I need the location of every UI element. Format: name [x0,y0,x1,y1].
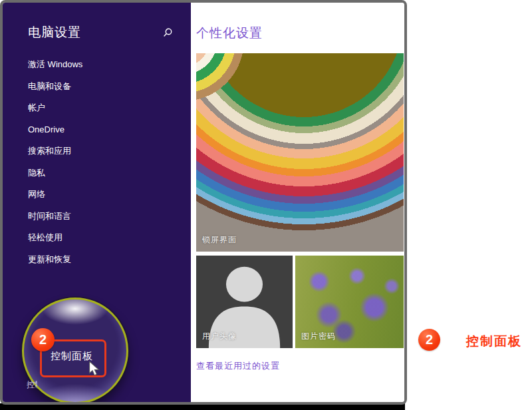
user-avatar-tile[interactable]: 用户头像 [196,256,293,348]
step-2-badge-bubble: 2 [31,328,55,351]
search-icon [162,27,173,38]
screenshot-stage: 电脑设置 激活 Windows 电脑和设备 帐户 OneDrive 搜索和应用 … [0,0,532,410]
sidebar-item-network[interactable]: 网络 [28,188,181,210]
lock-screen-tile[interactable]: 锁屏界面 [196,53,404,252]
mouse-cursor-icon [88,361,100,379]
picture-password-caption: 图片密码 [301,331,336,342]
sidebar-item-search-and-apps[interactable]: 搜索和应用 [28,145,181,167]
step-2-badge-callout: 2 [418,329,440,351]
magnifier-bubble: 控制面板 [22,298,128,404]
search-button[interactable] [161,26,174,39]
lock-screen-caption: 锁屏界面 [202,234,237,246]
sidebar-item-privacy[interactable]: 隐私 [28,167,181,189]
sidebar-item-ease-of-access[interactable]: 轻松使用 [28,232,181,254]
sidebar-item-onedrive[interactable]: OneDrive [28,124,181,146]
sidebar-item-accounts[interactable]: 帐户 [28,102,181,124]
sidebar-nav: 激活 Windows 电脑和设备 帐户 OneDrive 搜索和应用 隐私 网络… [28,59,181,275]
control-panel-button-label: 控制面板 [51,350,93,363]
pc-settings-window: 电脑设置 激活 Windows 电脑和设备 帐户 OneDrive 搜索和应用 … [0,0,407,405]
user-avatar-caption: 用户头像 [202,331,237,342]
sidebar-header: 电脑设置 [28,24,174,41]
recent-settings-link[interactable]: 查看最近用过的设置 [196,360,280,372]
callout-control-panel-label: 控制面板 [466,333,522,350]
sidebar-item-time-and-language[interactable]: 时间和语言 [28,210,181,232]
picture-password-tile[interactable]: 图片密码 [295,256,404,348]
sidebar-item-pc-and-devices[interactable]: 电脑和设备 [28,81,181,102]
sidebar-item-update-and-recovery[interactable]: 更新和恢复 [28,254,181,276]
sidebar-item-control-panel[interactable]: 控制面板 [27,379,37,391]
sidebar-title: 电脑设置 [28,24,81,41]
sidebar-item-activate-windows[interactable]: 激活 Windows [28,59,181,81]
personalization-pane: 个性化设置 锁屏界面 用户头像 图片密码 查看最近用过的设置 [191,3,404,402]
page-title: 个性化设置 [196,25,263,42]
